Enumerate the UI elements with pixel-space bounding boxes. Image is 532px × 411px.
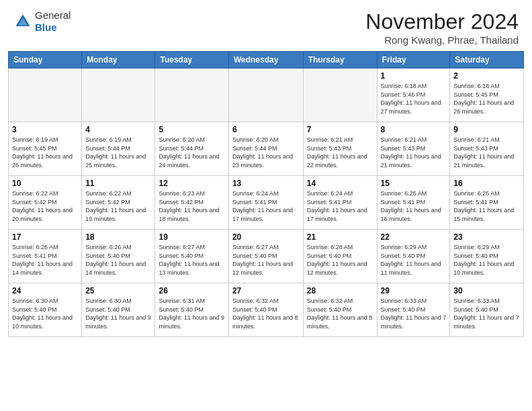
day-number: 3 xyxy=(12,125,78,134)
location: Rong Kwang, Phrae, Thailand xyxy=(365,34,519,46)
calendar-day: 2Sunrise: 6:18 AM Sunset: 5:45 PM Daylig… xyxy=(450,68,524,122)
logo-text: General Blue xyxy=(35,9,71,34)
day-number: 16 xyxy=(453,179,520,188)
day-number: 11 xyxy=(85,179,151,188)
day-info: Sunrise: 6:21 AM Sunset: 5:43 PM Dayligh… xyxy=(453,136,520,169)
calendar-week-2: 10Sunrise: 6:22 AM Sunset: 5:42 PM Dayli… xyxy=(9,176,524,230)
day-info: Sunrise: 6:21 AM Sunset: 5:43 PM Dayligh… xyxy=(381,136,447,169)
calendar-day: 21Sunrise: 6:28 AM Sunset: 5:40 PM Dayli… xyxy=(303,230,377,283)
day-number: 23 xyxy=(453,232,520,242)
day-info: Sunrise: 6:19 AM Sunset: 5:44 PM Dayligh… xyxy=(85,136,151,169)
day-info: Sunrise: 6:24 AM Sunset: 5:41 PM Dayligh… xyxy=(232,189,300,223)
logo-blue: Blue xyxy=(35,21,57,33)
calendar-day xyxy=(303,68,377,122)
calendar-day xyxy=(9,68,82,122)
calendar-day: 12Sunrise: 6:23 AM Sunset: 5:42 PM Dayli… xyxy=(155,176,228,230)
calendar-week-0: 1Sunrise: 6:18 AM Sunset: 5:46 PM Daylig… xyxy=(9,68,524,122)
day-number: 6 xyxy=(232,125,300,134)
calendar-day: 6Sunrise: 6:20 AM Sunset: 5:44 PM Daylig… xyxy=(228,122,303,176)
logo: General Blue xyxy=(13,9,71,34)
calendar-day: 9Sunrise: 6:21 AM Sunset: 5:43 PM Daylig… xyxy=(450,122,524,176)
day-number: 20 xyxy=(232,232,300,242)
day-info: Sunrise: 6:30 AM Sunset: 5:40 PM Dayligh… xyxy=(85,297,151,330)
day-info: Sunrise: 6:29 AM Sunset: 5:40 PM Dayligh… xyxy=(381,243,447,277)
day-info: Sunrise: 6:26 AM Sunset: 5:40 PM Dayligh… xyxy=(85,243,151,277)
col-header-thursday: Thursday xyxy=(303,52,377,68)
calendar-day: 28Sunrise: 6:32 AM Sunset: 5:40 PM Dayli… xyxy=(303,283,377,337)
title-section: November 2024 Rong Kwang, Phrae, Thailan… xyxy=(365,9,519,46)
col-header-saturday: Saturday xyxy=(450,52,524,68)
col-header-friday: Friday xyxy=(377,52,450,68)
day-info: Sunrise: 6:22 AM Sunset: 5:42 PM Dayligh… xyxy=(85,189,151,223)
day-number: 8 xyxy=(381,125,447,134)
day-info: Sunrise: 6:32 AM Sunset: 5:40 PM Dayligh… xyxy=(232,297,300,330)
day-number: 25 xyxy=(85,286,151,295)
calendar-day: 24Sunrise: 6:30 AM Sunset: 5:40 PM Dayli… xyxy=(9,283,82,337)
calendar-day: 19Sunrise: 6:27 AM Sunset: 5:40 PM Dayli… xyxy=(155,230,228,283)
col-header-wednesday: Wednesday xyxy=(228,52,303,68)
calendar-day: 7Sunrise: 6:21 AM Sunset: 5:43 PM Daylig… xyxy=(303,122,377,176)
day-info: Sunrise: 6:27 AM Sunset: 5:40 PM Dayligh… xyxy=(159,243,224,277)
day-number: 5 xyxy=(159,125,224,134)
day-number: 29 xyxy=(381,286,447,295)
calendar-day: 29Sunrise: 6:33 AM Sunset: 5:40 PM Dayli… xyxy=(377,283,450,337)
day-info: Sunrise: 6:25 AM Sunset: 5:41 PM Dayligh… xyxy=(453,189,520,223)
day-number: 13 xyxy=(232,179,300,188)
calendar-day: 11Sunrise: 6:22 AM Sunset: 5:42 PM Dayli… xyxy=(82,176,155,230)
day-info: Sunrise: 6:20 AM Sunset: 5:44 PM Dayligh… xyxy=(159,136,224,169)
day-info: Sunrise: 6:23 AM Sunset: 5:42 PM Dayligh… xyxy=(159,189,224,223)
calendar-day: 27Sunrise: 6:32 AM Sunset: 5:40 PM Dayli… xyxy=(228,283,303,337)
calendar-day: 5Sunrise: 6:20 AM Sunset: 5:44 PM Daylig… xyxy=(155,122,228,176)
day-number: 10 xyxy=(12,179,78,188)
calendar-day: 4Sunrise: 6:19 AM Sunset: 5:44 PM Daylig… xyxy=(82,122,155,176)
day-info: Sunrise: 6:27 AM Sunset: 5:40 PM Dayligh… xyxy=(232,243,300,277)
calendar-day: 3Sunrise: 6:19 AM Sunset: 5:45 PM Daylig… xyxy=(9,122,82,176)
day-info: Sunrise: 6:26 AM Sunset: 5:41 PM Dayligh… xyxy=(12,243,78,277)
col-header-sunday: Sunday xyxy=(9,52,82,68)
calendar-day: 10Sunrise: 6:22 AM Sunset: 5:42 PM Dayli… xyxy=(9,176,82,230)
day-info: Sunrise: 6:24 AM Sunset: 5:41 PM Dayligh… xyxy=(307,189,373,223)
calendar-day: 20Sunrise: 6:27 AM Sunset: 5:40 PM Dayli… xyxy=(228,230,303,283)
calendar-day: 18Sunrise: 6:26 AM Sunset: 5:40 PM Dayli… xyxy=(82,230,155,283)
day-info: Sunrise: 6:28 AM Sunset: 5:40 PM Dayligh… xyxy=(307,243,373,277)
calendar-day: 14Sunrise: 6:24 AM Sunset: 5:41 PM Dayli… xyxy=(303,176,377,230)
day-info: Sunrise: 6:18 AM Sunset: 5:45 PM Dayligh… xyxy=(453,82,520,116)
calendar-day xyxy=(228,68,303,122)
calendar-week-3: 17Sunrise: 6:26 AM Sunset: 5:41 PM Dayli… xyxy=(9,230,524,283)
calendar-day: 22Sunrise: 6:29 AM Sunset: 5:40 PM Dayli… xyxy=(377,230,450,283)
col-header-monday: Monday xyxy=(82,52,155,68)
day-number: 19 xyxy=(159,232,224,242)
logo-icon xyxy=(13,12,32,31)
day-info: Sunrise: 6:32 AM Sunset: 5:40 PM Dayligh… xyxy=(307,297,373,330)
day-number: 26 xyxy=(159,286,224,295)
day-info: Sunrise: 6:31 AM Sunset: 5:40 PM Dayligh… xyxy=(159,297,224,330)
header: General Blue November 2024 Rong Kwang, P… xyxy=(0,0,532,51)
calendar-wrapper: SundayMondayTuesdayWednesdayThursdayFrid… xyxy=(0,51,532,337)
calendar-table: SundayMondayTuesdayWednesdayThursdayFrid… xyxy=(8,51,524,337)
day-number: 22 xyxy=(381,232,447,242)
calendar-header-row: SundayMondayTuesdayWednesdayThursdayFrid… xyxy=(9,52,524,68)
month-title: November 2024 xyxy=(365,9,519,34)
day-number: 24 xyxy=(12,286,78,295)
calendar-day: 1Sunrise: 6:18 AM Sunset: 5:46 PM Daylig… xyxy=(377,68,450,122)
day-number: 12 xyxy=(159,179,224,188)
calendar-day: 15Sunrise: 6:25 AM Sunset: 5:41 PM Dayli… xyxy=(377,176,450,230)
calendar-day: 17Sunrise: 6:26 AM Sunset: 5:41 PM Dayli… xyxy=(9,230,82,283)
day-info: Sunrise: 6:20 AM Sunset: 5:44 PM Dayligh… xyxy=(232,136,300,169)
day-info: Sunrise: 6:18 AM Sunset: 5:46 PM Dayligh… xyxy=(381,82,447,116)
calendar-day: 8Sunrise: 6:21 AM Sunset: 5:43 PM Daylig… xyxy=(377,122,450,176)
logo-general: General xyxy=(35,9,71,21)
calendar-day: 30Sunrise: 6:33 AM Sunset: 5:40 PM Dayli… xyxy=(450,283,524,337)
day-number: 18 xyxy=(85,232,151,242)
day-number: 14 xyxy=(307,179,373,188)
calendar-week-1: 3Sunrise: 6:19 AM Sunset: 5:45 PM Daylig… xyxy=(9,122,524,176)
day-info: Sunrise: 6:30 AM Sunset: 5:40 PM Dayligh… xyxy=(12,297,78,330)
day-number: 27 xyxy=(232,286,300,295)
day-number: 7 xyxy=(307,125,373,134)
day-info: Sunrise: 6:25 AM Sunset: 5:41 PM Dayligh… xyxy=(381,189,447,223)
calendar-day xyxy=(155,68,228,122)
day-number: 21 xyxy=(307,232,373,242)
col-header-tuesday: Tuesday xyxy=(155,52,228,68)
calendar-week-4: 24Sunrise: 6:30 AM Sunset: 5:40 PM Dayli… xyxy=(9,283,524,337)
day-number: 9 xyxy=(453,125,520,134)
